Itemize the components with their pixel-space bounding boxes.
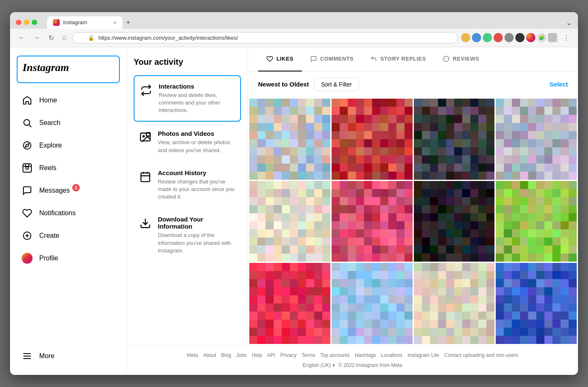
footer-link[interactable]: Top accounts xyxy=(320,352,350,358)
extension-puzzle[interactable]: 🧩 xyxy=(537,33,546,42)
footer-link[interactable]: Hashtags xyxy=(355,352,376,358)
minimize-button[interactable] xyxy=(24,20,29,25)
photo-cell[interactable] xyxy=(414,181,495,262)
content-tabs: LIKES COMMENTS STORY REPLIES REVIEW xyxy=(248,47,578,72)
sort-filter-button[interactable]: Sort & Filter xyxy=(314,78,359,91)
photo-cell[interactable] xyxy=(249,181,330,262)
photos-text: Photos and Videos View, archive or delet… xyxy=(158,130,236,154)
footer-link[interactable]: Terms xyxy=(302,352,315,358)
footer-link[interactable]: About xyxy=(203,352,216,358)
activity-panel: Your activity Interactions Review and de… xyxy=(127,47,578,346)
copyright-text: © 2022 Instagram from Meta xyxy=(338,362,402,368)
tab-reviews[interactable]: REVIEWS xyxy=(434,47,487,71)
sidebar-item-search[interactable]: Search xyxy=(17,112,120,133)
create-icon xyxy=(22,230,33,241)
sidebar-item-notifications[interactable]: Notifications xyxy=(17,203,120,224)
photo-cell[interactable] xyxy=(332,181,413,262)
download-icon xyxy=(139,216,152,230)
refresh-button[interactable]: ↻ xyxy=(46,32,56,43)
footer-link[interactable]: Jobs xyxy=(236,352,247,358)
back-button[interactable]: ← xyxy=(16,32,28,43)
footer-link[interactable]: Blog xyxy=(221,352,231,358)
footer-links: MetaAboutBlogJobsHelpAPIPrivacyTermsTop … xyxy=(137,352,568,358)
tab-close-icon[interactable]: × xyxy=(113,19,117,26)
tab-story-replies[interactable]: STORY REPLIES xyxy=(362,47,435,71)
browser-more-icon[interactable]: ⌄ xyxy=(566,18,572,27)
language-selector[interactable]: English (UK) ▾ xyxy=(303,362,335,368)
photos-desc: View, archive or delete photos and video… xyxy=(158,139,236,154)
activity-item-download[interactable]: Download Your Information Download a cop… xyxy=(134,209,241,261)
photo-cell[interactable] xyxy=(414,99,495,180)
extension-gray[interactable] xyxy=(504,33,514,42)
photo-cell[interactable] xyxy=(496,181,577,262)
history-icon xyxy=(139,170,152,183)
svg-rect-15 xyxy=(140,133,150,141)
url-bar[interactable]: 🔒 https://www.instagram.com/your_activit… xyxy=(72,32,458,43)
footer-link[interactable]: Instagram Lite xyxy=(408,352,439,358)
language-text: English (UK) xyxy=(303,362,331,368)
tab-comments[interactable]: COMMENTS xyxy=(302,47,362,71)
sidebar-label-messages: Messages xyxy=(39,187,70,194)
photos-icon xyxy=(139,131,152,144)
extension-split[interactable] xyxy=(548,33,557,42)
download-label: Download Your Information xyxy=(158,216,236,230)
new-tab-button[interactable]: + xyxy=(122,17,134,29)
tab-title: Instagram xyxy=(63,19,87,25)
interactions-desc: Review and delete likes, comments and yo… xyxy=(159,92,235,115)
svg-point-5 xyxy=(26,167,28,169)
sidebar-item-more[interactable]: More xyxy=(17,346,120,367)
extension-red[interactable] xyxy=(494,33,503,42)
notifications-icon xyxy=(22,208,33,219)
extension-ig[interactable] xyxy=(526,33,535,42)
extension-green[interactable] xyxy=(483,33,492,42)
sidebar-item-profile[interactable]: Profile xyxy=(17,248,120,269)
photo-cell[interactable] xyxy=(332,263,413,344)
photo-cell[interactable] xyxy=(414,263,495,344)
sidebar-label-explore: Explore xyxy=(39,142,62,149)
sidebar-item-messages[interactable]: Messages 3 xyxy=(17,180,120,201)
svg-marker-3 xyxy=(25,144,29,147)
extension-dark[interactable] xyxy=(515,33,525,42)
activity-item-interactions[interactable]: Interactions Review and delete likes, co… xyxy=(134,75,241,122)
footer-link[interactable]: Contact uploading and non-users xyxy=(444,352,518,358)
photo-cell[interactable] xyxy=(496,263,577,344)
browser-tabs: Instagram × + xyxy=(47,16,563,29)
sidebar: Instagram Home Search Explore xyxy=(10,47,127,375)
svg-point-0 xyxy=(24,120,30,125)
interactions-text: Interactions Review and delete likes, co… xyxy=(159,83,235,115)
select-button[interactable]: Select xyxy=(550,81,568,88)
photo-cell[interactable] xyxy=(249,99,330,180)
more-options-button[interactable]: ⋮ xyxy=(560,32,572,43)
active-tab[interactable]: Instagram × xyxy=(47,16,122,29)
footer-link[interactable]: Help xyxy=(252,352,262,358)
svg-rect-18 xyxy=(141,173,150,181)
fullscreen-button[interactable] xyxy=(32,20,37,25)
activity-item-history[interactable]: Account History Review changes that you'… xyxy=(134,163,241,208)
tab-likes[interactable]: LIKES xyxy=(258,47,302,71)
footer-link[interactable]: Meta xyxy=(187,352,198,358)
photo-cell[interactable] xyxy=(249,263,330,344)
sidebar-item-home[interactable]: Home xyxy=(17,90,120,111)
forward-button[interactable]: → xyxy=(31,32,43,43)
history-label: Account History xyxy=(158,169,236,176)
sidebar-item-explore[interactable]: Explore xyxy=(17,135,120,156)
sidebar-label-profile: Profile xyxy=(39,255,58,262)
footer-link[interactable]: Locations xyxy=(381,352,402,358)
close-button[interactable] xyxy=(16,20,21,25)
activity-item-photos[interactable]: Photos and Videos View, archive or delet… xyxy=(134,123,241,160)
photo-cell[interactable] xyxy=(496,99,577,180)
home-button[interactable]: ⌂ xyxy=(60,32,69,43)
sidebar-item-create[interactable]: Create xyxy=(17,225,120,246)
tab-reviews-label: REVIEWS xyxy=(453,56,479,62)
activity-menu: Your activity Interactions Review and de… xyxy=(127,47,248,345)
footer-link[interactable]: API xyxy=(267,352,275,358)
footer-link[interactable]: Privacy xyxy=(280,352,297,358)
main-area: Your activity Interactions Review and de… xyxy=(127,47,578,375)
extension-blue[interactable] xyxy=(472,33,481,42)
photo-cell[interactable] xyxy=(332,99,413,180)
sidebar-item-reels[interactable]: Reels xyxy=(17,158,120,178)
download-desc: Download a copy of the information you'v… xyxy=(158,232,236,255)
browser-window: Instagram × + ⌄ ← → ↻ ⌂ 🔒 https://www.in… xyxy=(10,12,578,375)
interactions-label: Interactions xyxy=(159,83,235,90)
extension-bw[interactable] xyxy=(461,33,470,42)
